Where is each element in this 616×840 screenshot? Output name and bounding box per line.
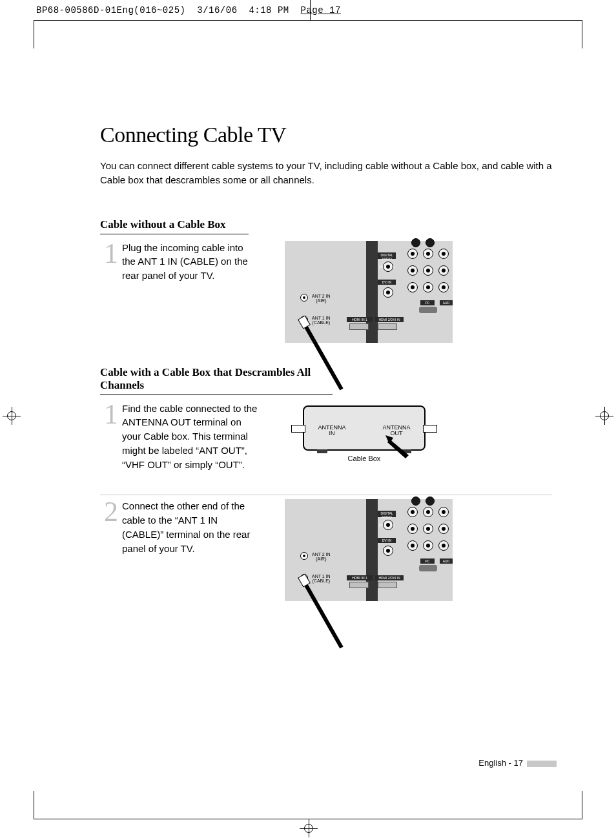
label-ant2: ANT 2 IN (AIR) — [312, 552, 331, 561]
label-dvi: DVI IN — [378, 280, 396, 285]
label-ant1: ANT 1 IN (CABLE) — [312, 574, 331, 583]
svg-line-4 — [304, 582, 342, 648]
crop-page-label: Page 17 — [301, 5, 341, 15]
crop-mark — [582, 791, 582, 819]
footer-text: English - 17 — [478, 758, 523, 768]
label-ant1: ANT 1 IN (CABLE) — [312, 316, 331, 325]
svg-line-0 — [304, 323, 342, 389]
crop-mark — [582, 20, 582, 48]
crop-mark — [34, 20, 34, 48]
label-dvi: DVI IN — [378, 538, 396, 543]
tv-back-panel-diagram: DIGITAL AUDIO OUT (OPTICAL) DVI IN PC AU… — [271, 499, 552, 601]
label-ant2: ANT 2 IN (AIR) — [312, 294, 331, 303]
cable-plug-icon — [296, 325, 342, 370]
cable-plug-icon — [296, 583, 342, 628]
registration-mark-icon — [3, 407, 21, 425]
step-number: 2 — [100, 499, 122, 525]
footer-bar-icon — [527, 761, 557, 767]
page-title: Connecting Cable TV — [100, 123, 552, 147]
label-hdmi1: HDMI IN 1 — [347, 575, 373, 580]
crop-slug: BP68-00586D-01Eng(016~025) 3/16/06 4:18 … — [36, 5, 341, 15]
label-optical: DIGITAL AUDIO OUT (OPTICAL) — [378, 252, 396, 259]
step-number: 1 — [100, 402, 122, 427]
label-pc: PC — [420, 300, 435, 305]
section-heading-1: Cable without a Cable Box — [100, 218, 249, 234]
registration-mark-icon — [300, 819, 318, 837]
arrow-icon — [389, 439, 415, 467]
label-pc: PC — [420, 558, 435, 564]
crop-mark — [310, 0, 311, 21]
page-footer: English - 17 — [478, 758, 557, 768]
page-content: Connecting Cable TV You can connect diff… — [100, 123, 552, 624]
tv-back-panel-diagram: DIGITAL AUDIO OUT (OPTICAL) DVI IN PC AU… — [271, 241, 552, 343]
crop-mark — [34, 791, 34, 819]
step-text: Plug the incoming cable into the ANT 1 I… — [122, 241, 258, 283]
step-number: 1 — [100, 241, 122, 267]
step-text: Connect the other end of the cable to th… — [122, 499, 258, 555]
step-row: 1 Find the cable connected to the ANTENN… — [100, 402, 552, 472]
label-aud: AUD — [440, 300, 453, 305]
label-aud: AUD — [440, 558, 453, 564]
label-antenna-out: ANTENNA OUT — [380, 425, 413, 436]
step-text: Find the cable connected to the ANTENNA … — [122, 402, 258, 472]
cable-box-diagram: ANTENNA IN ANTENNA OUT Cable Box — [271, 402, 552, 462]
label-hdmi1: HDMI IN 1 — [347, 317, 373, 322]
step-row: 1 Plug the incoming cable into the ANT 1… — [100, 241, 552, 343]
label-antenna-in: ANTENNA IN — [316, 425, 348, 436]
label-optical: DIGITAL AUDIO OUT (OPTICAL) — [378, 511, 396, 517]
registration-mark-icon — [595, 407, 613, 425]
step-row: 2 Connect the other end of the cable to … — [100, 495, 552, 601]
label-hdmi2: HDMI 2/DVI IN — [375, 575, 404, 580]
intro-text: You can connect different cable systems … — [100, 159, 552, 187]
crop-mark — [34, 20, 582, 21]
label-hdmi2: HDMI 2/DVI IN — [375, 317, 404, 322]
